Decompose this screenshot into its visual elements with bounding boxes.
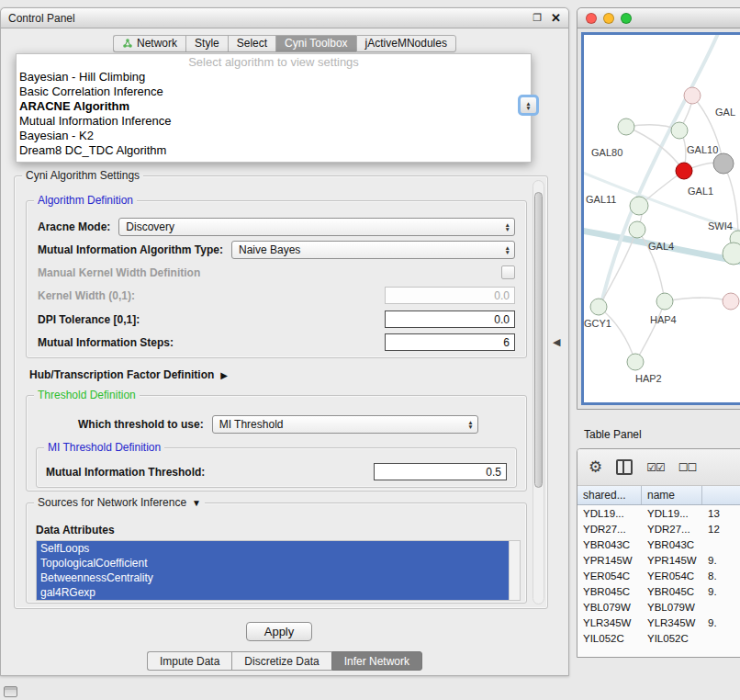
mi-steps-input[interactable] (385, 333, 515, 351)
algorithm-definition-group: Algorithm Definition Aracne Mode: Discov… (26, 200, 527, 358)
network-node[interactable] (656, 293, 673, 310)
tab-network[interactable]: Network (113, 35, 185, 52)
aracne-mode-label: Aracne Mode: (38, 220, 110, 233)
kernel-width-input[interactable] (385, 287, 515, 304)
combo-arrows-icon: ▲▼ (505, 245, 510, 254)
network-node[interactable] (684, 87, 701, 104)
float-window-icon[interactable]: ❐ (533, 12, 542, 24)
table-header-row: shared...name (577, 486, 740, 505)
sources-group-title[interactable]: Sources for Network Inference ▼ (34, 496, 205, 509)
expanded-arrow-icon[interactable]: ▼ (192, 498, 201, 508)
mi-algorithm-type-select[interactable]: Naive Bayes ▲▼ (231, 241, 515, 259)
network-node-label: HAP2 (635, 373, 662, 384)
network-view-window: GALGAL80GAL10GAL11GAL1SWI4GAL4GCY1HAP4YH… (577, 7, 740, 410)
network-node[interactable] (676, 163, 692, 179)
deselect-all-icon[interactable]: ☐☐ (678, 461, 697, 474)
algorithm-option[interactable]: Bayesian - Hill Climbing (17, 70, 531, 85)
tab-discretize-data[interactable]: Discretize Data (231, 651, 331, 671)
column-header[interactable]: name (642, 486, 702, 504)
network-node-label: GAL4 (648, 241, 674, 252)
network-node[interactable] (723, 243, 740, 265)
algorithm-option[interactable]: Mutual Information Inference (17, 114, 531, 129)
network-node[interactable] (618, 119, 634, 135)
tab-jactivemnodules[interactable]: jActiveMNodules (356, 35, 456, 52)
table-row[interactable]: YDR27...YDR27...12 (577, 521, 740, 536)
hub-definition-section[interactable]: Hub/Transcription Factor Definition ▶ (29, 366, 228, 384)
panel-splitter-arrow-icon[interactable]: ◀ (553, 336, 560, 348)
attributes-list-scrollbar[interactable] (509, 541, 520, 600)
table-row[interactable]: YDL19...YDL19...13 (577, 505, 740, 521)
network-node[interactable] (713, 153, 734, 174)
network-node[interactable] (630, 197, 648, 215)
minimized-window-icon[interactable] (4, 686, 17, 697)
aracne-mode-select[interactable]: Discovery ▲▼ (118, 218, 515, 236)
column-header[interactable] (702, 486, 740, 504)
tab-label: Style (195, 37, 219, 50)
column-header[interactable]: shared... (577, 486, 642, 504)
table-row[interactable]: YBR043CYBR043C (577, 536, 740, 552)
network-node-label: HAP4 (650, 314, 677, 325)
which-threshold-select[interactable]: MI Threshold ▲▼ (212, 415, 478, 434)
dpi-tolerance-input[interactable] (385, 310, 515, 328)
algorithm-dropdown-list[interactable]: Select algorithm to view settings Bayesi… (16, 53, 532, 163)
network-canvas[interactable]: GALGAL80GAL10GAL11GAL1SWI4GAL4GCY1HAP4YH… (581, 32, 740, 405)
close-window-icon[interactable]: ✕ (551, 11, 561, 25)
mi-threshold-label: Mutual Information Threshold: (46, 466, 205, 479)
network-node[interactable] (723, 293, 739, 310)
threshold-definition-group: Threshold Definition Which threshold to … (26, 395, 527, 491)
settings-scrollbar[interactable] (533, 180, 544, 604)
network-node[interactable] (627, 354, 644, 370)
select-all-icon[interactable]: ☑☑ (646, 461, 665, 474)
table-row[interactable]: YER054CYER054C8. (577, 568, 740, 583)
tab-impute-data[interactable]: Impute Data (147, 651, 231, 671)
network-node[interactable] (590, 299, 607, 315)
data-attributes-list[interactable]: SelfLoopsTopologicalCoefficientBetweenne… (36, 540, 521, 601)
table-row[interactable]: YBR045CYBR045C9. (577, 583, 740, 599)
algorithm-option[interactable]: ARACNE Algorithm (17, 99, 531, 114)
table-row[interactable]: YLR345WYLR345W9. (577, 615, 740, 630)
tab-infer-network[interactable]: Infer Network (331, 651, 422, 671)
zoom-traffic-light[interactable] (621, 13, 632, 24)
table-row[interactable]: YPR145WYPR145W9. (577, 552, 740, 568)
gear-icon[interactable]: ⚙ (589, 459, 602, 475)
close-traffic-light[interactable] (586, 13, 597, 24)
table-row[interactable]: YBL079WYBL079W (577, 599, 740, 615)
algorithm-combo-arrow-button[interactable]: ▲▼ (518, 95, 539, 116)
attribute-item[interactable]: SelfLoops (37, 541, 509, 556)
attribute-item[interactable]: gal4RGexp (37, 585, 509, 600)
network-edge[interactable] (599, 307, 635, 362)
table-toolbar: ⚙ ☑☑ ☐☐ (577, 449, 740, 486)
minimize-traffic-light[interactable] (603, 13, 614, 24)
collapsed-arrow-icon[interactable]: ▶ (220, 370, 228, 380)
algorithm-option[interactable]: Dream8 DC_TDC Algorithm (17, 143, 531, 158)
table-row[interactable]: YIL052CYIL052C (577, 630, 740, 646)
control-panel-titlebar[interactable]: Control Panel ❐ ✕ (1, 8, 568, 28)
tab-style[interactable]: Style (185, 35, 228, 52)
attribute-item[interactable]: TopologicalCoefficient (37, 556, 509, 570)
algorithm-option[interactable]: Basic Correlation Inference (17, 85, 531, 99)
settings-scrollbar-thumb[interactable] (534, 192, 543, 488)
network-window-titlebar[interactable] (577, 8, 740, 28)
manual-kernel-width-checkbox[interactable] (501, 265, 515, 279)
mi-steps-label: Mutual Information Steps: (38, 336, 174, 349)
network-node[interactable] (671, 122, 688, 139)
network-tab-icon (122, 38, 133, 49)
mi-threshold-input[interactable] (374, 463, 507, 480)
tab-cyni-toolbox[interactable]: Cyni Toolbox (275, 35, 355, 52)
kernel-width-label: Kernel Width (0,1): (38, 289, 135, 302)
network-node[interactable] (629, 221, 645, 238)
network-node-label: GAL80 (591, 147, 622, 158)
threshold-definition-title: Threshold Definition (34, 389, 140, 401)
column-selector-icon[interactable] (616, 459, 633, 475)
mi-threshold-group: MI Threshold Definition Mutual Informati… (36, 447, 517, 488)
which-threshold-label: Which threshold to use: (78, 418, 204, 431)
attribute-item[interactable]: BetweennessCentrality (37, 570, 509, 585)
data-attributes-rows: SelfLoopsTopologicalCoefficientBetweenne… (37, 541, 509, 600)
hub-definition-label: Hub/Transcription Factor Definition (29, 368, 214, 381)
apply-button[interactable]: Apply (246, 622, 312, 641)
network-edge[interactable] (635, 301, 665, 362)
algorithm-option[interactable]: Bayesian - K2 (17, 129, 531, 143)
network-edge[interactable] (665, 298, 731, 301)
tab-select[interactable]: Select (228, 35, 275, 52)
combo-arrows-icon: ▲▼ (467, 420, 473, 429)
